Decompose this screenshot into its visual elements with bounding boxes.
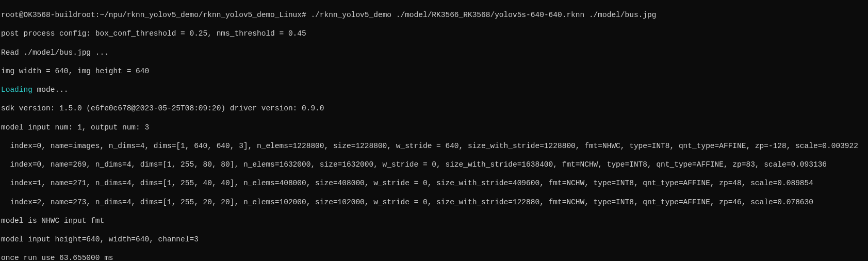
output-line: Read ./model/bus.jpg ... [1, 48, 867, 57]
output-line: once run use 63.655000 ms [1, 253, 867, 261]
output-line: post process config: box_conf_threshold … [1, 29, 867, 38]
output-line: model is NHWC input fmt [1, 216, 867, 225]
command-line: root@OK3568-buildroot:~/npu/rknn_yolov5_… [1, 10, 867, 20]
output-line: model input height=640, width=640, chann… [1, 235, 867, 244]
output-line: index=2, name=273, n_dims=4, dims=[1, 25… [1, 198, 867, 207]
command-text: ./rknn_yolov5_demo ./model/RK3566_RK3568… [310, 11, 656, 19]
output-line: index=1, name=271, n_dims=4, dims=[1, 25… [1, 178, 867, 188]
terminal-output[interactable]: root@OK3568-buildroot:~/npu/rknn_yolov5_… [0, 0, 868, 261]
output-line: index=0, name=269, n_dims=4, dims=[1, 25… [1, 160, 867, 169]
output-line: index=0, name=images, n_dims=4, dims=[1,… [1, 141, 867, 151]
shell-prompt: root@OK3568-buildroot:~/npu/rknn_yolov5_… [1, 11, 306, 19]
loading-rest: mode... [32, 86, 69, 94]
output-line: Loading mode... [1, 85, 867, 94]
output-line: model input num: 1, output num: 3 [1, 123, 867, 132]
loading-text: Loading [1, 86, 32, 94]
output-line: img width = 640, img height = 640 [1, 67, 867, 76]
output-line: sdk version: 1.5.0 (e6fe0c678@2023-05-25… [1, 104, 867, 113]
